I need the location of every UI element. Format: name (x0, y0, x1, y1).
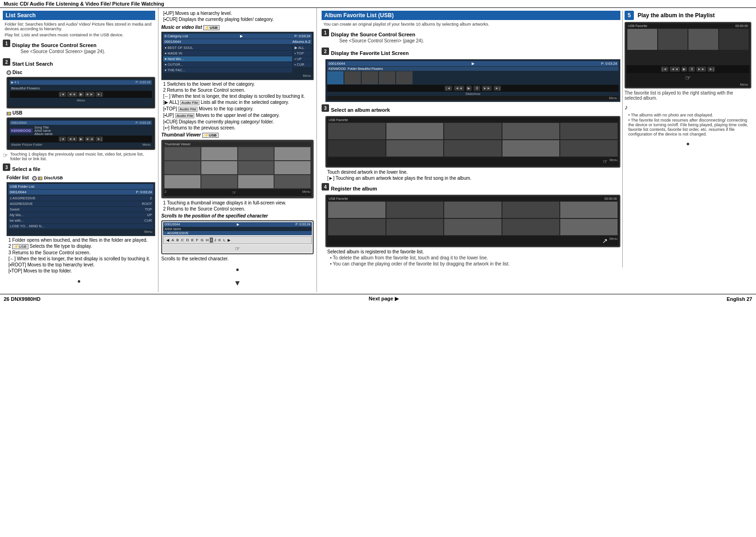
alpha-right-arrow: ► (227, 238, 231, 243)
disc-screen-menu: Menu (10, 98, 152, 103)
fav-register-label: USB Favorite 00:00:00 (327, 197, 619, 201)
fav-cell-2 (344, 71, 361, 84)
usb-label: USB (13, 110, 22, 116)
pl-ctrl-rew: ◄◄ (670, 67, 680, 72)
usb-screen-info: KENWOOD Song Title Artist name Album nam… (10, 126, 152, 136)
disc-label: Disc (13, 70, 22, 75)
fav-cell-1 (327, 71, 344, 84)
fav-screen2-slideshow: Slideshow (327, 92, 619, 96)
fav-step2-content: Display the Favorite List Screen (331, 48, 620, 57)
folder-disc-icon (32, 176, 37, 181)
fav-artwork-screen: USB Favorite ☞ (325, 116, 620, 168)
fav-step1-content: Display the Source Control Screen See <S… (331, 29, 620, 45)
playlist-bullets: The albums with no photo are not display… (628, 113, 751, 136)
thumb-8 (275, 161, 310, 174)
mv-item-4: [▶ ALL] Audio File Lists all the music i… (163, 100, 314, 105)
thumb-9 (165, 175, 200, 188)
album-cell-8 (444, 140, 502, 156)
mv-item-5: [▪TOP] Audio File Moves to the top categ… (163, 106, 314, 112)
mv-item-3: [←] When the text is longer, the text di… (163, 94, 314, 99)
reg-cell-8 (444, 219, 502, 235)
usb-ctrl-play: ▶ (78, 136, 84, 142)
fav-step4-content: Register the album (331, 183, 620, 192)
thumb-usb-tag: ⚡USB (202, 133, 219, 138)
album-fav-section: Album Favorite List (USB) You can create… (320, 11, 623, 267)
fav-step1-title: Display the Source Control Screen (331, 32, 620, 37)
thumb-5 (165, 161, 200, 174)
step2-number: 2 (3, 58, 10, 66)
cat-right-all: ▶ ALL (293, 45, 312, 50)
usb-ctrl-fwd: ►◄ (85, 136, 95, 142)
playlist-bullet-1: The albums with no photo are not display… (628, 113, 751, 117)
fav-cell-5 (396, 71, 412, 84)
folder-instr-5: [▪ROOT] Moves to the top hierarchy level… (8, 262, 155, 267)
usb-icon: ⚡ (7, 112, 11, 116)
step3-desc1: Touch desired artwork in the lower line. (327, 170, 620, 175)
step5-number: 5 (625, 11, 634, 20)
fav-artwork-label: USB Favorite (327, 118, 619, 122)
thumbnail-header: Thumbnail Viewer ⚡USB (161, 132, 314, 138)
step3-descs: Touch desired artwork in the lower line.… (325, 170, 620, 181)
folder-item-6: LOSE YO... MIND N... (8, 224, 153, 229)
folder-instr-2: 2 ⚡USB Selects the file type to display. (8, 244, 155, 249)
usb-screen-top-bar: 0001/0044 P: 0:03:24 (10, 121, 152, 125)
thumbnail-screen: Thumbnail Viewer 2 ☞ Menu (161, 140, 314, 198)
music-video-items: 1 Switches to the lower level of the cat… (161, 82, 314, 130)
scrolls-desc: Scrolls to the selected character. (161, 256, 314, 261)
folder-tag: Disc/USB (44, 176, 63, 180)
usb-screen-controls: |◄ ◄◄ ▶ ►◄ ►| (10, 136, 152, 143)
mv-item-1: 1 Switches to the lower level of the cat… (163, 82, 314, 87)
thumb-3 (238, 147, 274, 160)
cat-item-5: ● THE FAC... (163, 68, 292, 73)
step4-desc1: Selected album is registered to the favo… (327, 249, 620, 254)
usb-album: Album name (34, 132, 53, 136)
folder-screen-menu: Menu (8, 229, 153, 234)
fav-ctrl-rew: ◄◄ (454, 86, 464, 91)
cat-screen-menu: Menu (163, 73, 312, 78)
bracket-items: [▪UP] Moves up a hierarchy level. [▪CUR]… (161, 11, 314, 22)
scroll-screen-header: 0001/0044 ▶ P: 0:03:24 (163, 222, 312, 227)
bracket-up: [▪UP] Moves up a hierarchy level. (163, 11, 314, 16)
divider-dot-mid: • (161, 263, 314, 277)
playlist-screen: USB Favorite 00:00:00 |◄ ◄◄ ▶ ⏸ (625, 22, 751, 88)
usb-screen-time: P: 0:03:24 (136, 121, 151, 124)
thumb-1 (165, 147, 200, 160)
folder-screen-track: 0001/0044 P: 0:03:24 (8, 190, 153, 195)
folder-instr-4: [←] When the text is longer, the text di… (8, 256, 155, 261)
cat-right-top: ▪ TOP (293, 51, 312, 56)
fav-screen2-subheader: KENWOOD Folder Beautiful Flowers (327, 67, 619, 71)
footer-right-page: English 27 (727, 296, 752, 302)
fav-screen2-menu: Menu (327, 96, 619, 100)
album-fav-intro: You can create an original playlist of y… (323, 22, 620, 27)
cat-right: ▶ ALL ▪ TOP ▪ UP ▪ CUR (293, 45, 312, 73)
register-album-grid (327, 201, 619, 236)
folder-item-4: My Wa...UP (8, 212, 153, 218)
thumb-2 (201, 147, 237, 160)
playlist-section: 5 Play the album in the Playlist USB Fav… (623, 11, 753, 267)
right-split: Album Favorite List (USB) You can create… (320, 11, 753, 267)
hand-icon: ☞ (3, 152, 8, 159)
list-search-header: List Search (3, 11, 155, 20)
thumb-7 (238, 161, 274, 174)
ctrl-prev: |◄ (59, 92, 66, 97)
footer-left-page: 26 DNX9980HD (4, 296, 41, 302)
step1-number: 1 (3, 40, 10, 47)
album-fav-header: Album Favorite List (USB) (322, 11, 620, 20)
folder-instr-3: 3 Returns to the Source Control screen. (8, 250, 155, 255)
reg-cell-7 (386, 219, 444, 235)
pl-ctrl-pause: ⏸ (688, 67, 695, 72)
bracket-cur: [▪CUR] Displays the currently playing fo… (163, 17, 314, 22)
thumb-grid (164, 146, 311, 189)
playlist-album-grid (626, 28, 749, 65)
step3-content: Select a file (12, 163, 155, 173)
pl-cell-4 (719, 29, 749, 50)
reg-cell-5 (560, 202, 618, 218)
folder-item-3: SweetTOP (8, 207, 153, 212)
left-column: List Search Folder list: Searches folder… (0, 8, 158, 292)
folder-instructions: 1 Folder opens when touched, and the fil… (7, 238, 155, 273)
reg-cell-2 (386, 202, 444, 218)
step4-bullet2: You can change the playing order of the … (330, 261, 620, 266)
mv-item-8: [↩] Returns to the previous screen. (163, 125, 314, 130)
usb-ctrl-prev: |◄ (59, 136, 66, 142)
cat-left: ● BEST OF SOUL ● MADE IN ● Next Wo... ● … (163, 45, 292, 73)
